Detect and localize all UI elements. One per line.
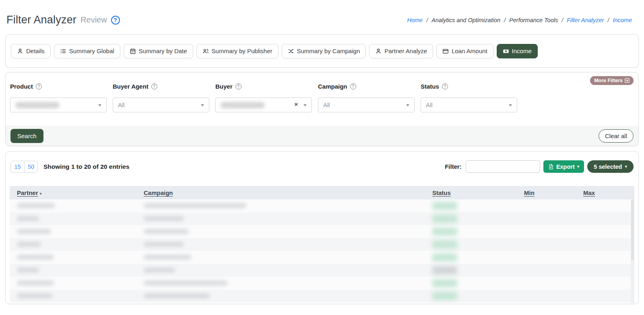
export-label: Export: [556, 164, 575, 170]
credit-card-icon: [442, 48, 449, 54]
column-header-campaign: Campaign: [136, 187, 425, 199]
redacted-value: [15, 102, 60, 108]
clear-all-button[interactable]: Clear all: [599, 129, 634, 143]
selected-value: All: [426, 102, 433, 108]
filter-group-product: Product?: [10, 83, 107, 112]
campaign-select[interactable]: All: [318, 97, 415, 112]
tab-summary-by-date[interactable]: Summary by Date: [124, 44, 193, 58]
sort-desc-icon: ▾: [40, 191, 42, 196]
redacted-partner: [17, 280, 54, 286]
chevron-down-icon: [509, 104, 512, 106]
search-button[interactable]: Search: [10, 129, 43, 143]
status-badge: [432, 292, 457, 300]
column-sort-link[interactable]: Partner: [17, 189, 38, 196]
tab-partner-analyze[interactable]: Partner Analyze: [369, 44, 433, 58]
status-select[interactable]: All: [421, 97, 517, 112]
export-file-icon: [548, 164, 554, 170]
min-cell: [517, 212, 576, 225]
campaign-cell: [136, 225, 425, 238]
scrollbar-thumb[interactable]: [631, 200, 634, 261]
tab-label: Summary by Date: [139, 48, 187, 54]
min-cell: [517, 238, 576, 251]
people-icon: [202, 48, 209, 54]
chevron-down-icon: [201, 104, 204, 106]
breadcrumb-separator: /: [504, 17, 506, 23]
redacted-campaign: [144, 242, 184, 247]
status-cell: [425, 212, 517, 225]
table-row[interactable]: [10, 238, 634, 251]
table-row[interactable]: [10, 199, 634, 212]
status-cell: [425, 264, 517, 277]
page-size-button-15[interactable]: 15: [10, 161, 24, 173]
table-row[interactable]: [10, 212, 634, 225]
page-header: Filter Analyzer Review ? Home/Analytics …: [0, 0, 644, 34]
question-icon[interactable]: ?: [36, 83, 42, 89]
filter-group-status: Status?All: [421, 83, 517, 112]
tab-details[interactable]: Details: [11, 44, 51, 58]
filter-label-status: Status: [421, 83, 439, 90]
tab-summary-global[interactable]: Summary Global: [54, 44, 120, 58]
breadcrumb-item-home[interactable]: Home: [407, 17, 423, 23]
table-row[interactable]: [10, 277, 634, 290]
status-cell: [425, 238, 517, 251]
table-body: [10, 199, 634, 303]
breadcrumb-item-filter-analyzer[interactable]: Filter Analyzer: [567, 17, 604, 23]
redacted-value: [221, 102, 265, 108]
breadcrumb-separator: /: [426, 17, 428, 23]
partner-cell: [10, 212, 136, 225]
column-header-partner: Partner▾: [10, 187, 136, 199]
tab-summary-by-publisher[interactable]: Summary by Publisher: [196, 44, 279, 58]
filter-label-row: Buyer?: [215, 83, 312, 90]
column-sort-link[interactable]: Min: [524, 189, 535, 196]
results-table: Partner▾CampaignStatusMinMax: [10, 186, 634, 303]
product-select[interactable]: [10, 97, 107, 112]
redacted-campaign: [144, 280, 227, 286]
question-icon[interactable]: ?: [235, 83, 242, 89]
selected-columns-button[interactable]: 5 selected ▾: [587, 160, 634, 173]
min-cell: [517, 277, 576, 290]
tab-loan-amount[interactable]: Loan Amount: [436, 44, 493, 58]
column-sort-link[interactable]: Status: [432, 189, 451, 196]
campaign-cell: [136, 264, 425, 277]
shuffle-icon: [288, 48, 294, 54]
calendar-icon: [130, 48, 136, 54]
table-rows: [10, 199, 634, 303]
partner-cell: [10, 225, 136, 238]
tab-income[interactable]: Income: [497, 44, 538, 58]
status-badge: [432, 266, 457, 274]
redacted-campaign: [144, 267, 175, 273]
partner-cell: [10, 290, 136, 303]
status-cell: [425, 277, 517, 290]
max-cell: [576, 290, 634, 303]
table-row[interactable]: [10, 290, 634, 303]
partner-cell: [10, 199, 136, 212]
partner-cell: [10, 277, 136, 290]
buyer-agent-select[interactable]: All: [113, 97, 209, 112]
table-row[interactable]: [10, 251, 634, 264]
more-filters-button[interactable]: More Filters: [590, 76, 634, 85]
breadcrumb-item-analytics-and-optimization: Analytics and Optimization: [431, 17, 500, 23]
question-icon[interactable]: ?: [442, 83, 448, 89]
table-filter-input[interactable]: [466, 160, 540, 173]
selected-value: All: [118, 102, 125, 108]
question-icon[interactable]: ?: [350, 83, 356, 89]
tab-summary-by-campaign[interactable]: Summary by Campaign: [282, 44, 366, 58]
filter-panel: More Filters Product?Buyer Agent?AllBuye…: [5, 72, 639, 146]
partner-cell: [10, 251, 136, 264]
chevron-down-icon: [406, 104, 409, 106]
breadcrumb-item-income[interactable]: Income: [613, 17, 632, 23]
page-size-button-50[interactable]: 50: [24, 161, 38, 173]
table-row[interactable]: [10, 264, 634, 277]
export-button[interactable]: Export ▾: [543, 160, 584, 173]
column-sort-link[interactable]: Campaign: [144, 189, 173, 196]
table-scrollbar[interactable]: [631, 199, 634, 303]
help-icon[interactable]: ?: [111, 16, 120, 25]
page-subtitle: Review: [80, 15, 107, 25]
column-sort-link[interactable]: Max: [583, 189, 595, 196]
table-row[interactable]: [10, 225, 634, 238]
clear-selection-icon[interactable]: ×: [294, 101, 298, 108]
cash-icon: [503, 48, 509, 54]
chevron-down-icon: ▾: [577, 164, 580, 169]
question-icon[interactable]: ?: [151, 83, 157, 89]
buyer-select[interactable]: ×: [215, 97, 312, 112]
